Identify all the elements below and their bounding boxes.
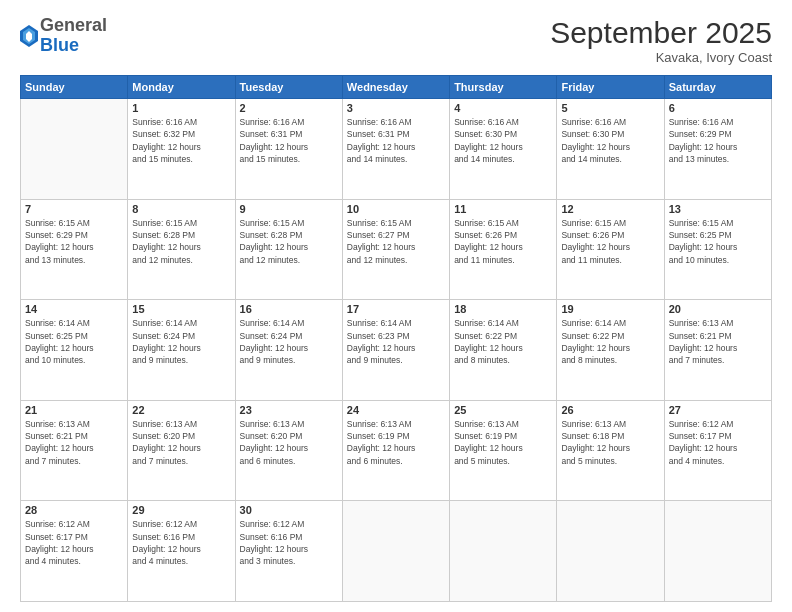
day-info: Sunrise: 6:14 AM Sunset: 6:25 PM Dayligh… (25, 317, 123, 366)
page: General Blue September 2025 Kavaka, Ivor… (0, 0, 792, 612)
day-info: Sunrise: 6:13 AM Sunset: 6:21 PM Dayligh… (669, 317, 767, 366)
day-info: Sunrise: 6:13 AM Sunset: 6:19 PM Dayligh… (454, 418, 552, 467)
calendar-header-wednesday: Wednesday (342, 76, 449, 99)
day-number: 21 (25, 404, 123, 416)
calendar-cell: 21Sunrise: 6:13 AM Sunset: 6:21 PM Dayli… (21, 400, 128, 501)
day-info: Sunrise: 6:12 AM Sunset: 6:16 PM Dayligh… (132, 518, 230, 567)
calendar-cell: 3Sunrise: 6:16 AM Sunset: 6:31 PM Daylig… (342, 99, 449, 200)
calendar-cell: 27Sunrise: 6:12 AM Sunset: 6:17 PM Dayli… (664, 400, 771, 501)
day-info: Sunrise: 6:14 AM Sunset: 6:24 PM Dayligh… (240, 317, 338, 366)
calendar-week-2: 7Sunrise: 6:15 AM Sunset: 6:29 PM Daylig… (21, 199, 772, 300)
calendar-header-monday: Monday (128, 76, 235, 99)
day-number: 22 (132, 404, 230, 416)
calendar-cell: 11Sunrise: 6:15 AM Sunset: 6:26 PM Dayli… (450, 199, 557, 300)
calendar-cell: 4Sunrise: 6:16 AM Sunset: 6:30 PM Daylig… (450, 99, 557, 200)
day-info: Sunrise: 6:15 AM Sunset: 6:28 PM Dayligh… (240, 217, 338, 266)
day-number: 19 (561, 303, 659, 315)
calendar-cell (342, 501, 449, 602)
day-number: 26 (561, 404, 659, 416)
logo-icon (20, 25, 38, 47)
calendar-cell: 24Sunrise: 6:13 AM Sunset: 6:19 PM Dayli… (342, 400, 449, 501)
calendar-cell: 26Sunrise: 6:13 AM Sunset: 6:18 PM Dayli… (557, 400, 664, 501)
day-number: 7 (25, 203, 123, 215)
day-info: Sunrise: 6:14 AM Sunset: 6:23 PM Dayligh… (347, 317, 445, 366)
calendar-cell: 25Sunrise: 6:13 AM Sunset: 6:19 PM Dayli… (450, 400, 557, 501)
day-info: Sunrise: 6:15 AM Sunset: 6:29 PM Dayligh… (25, 217, 123, 266)
calendar-cell: 12Sunrise: 6:15 AM Sunset: 6:26 PM Dayli… (557, 199, 664, 300)
calendar-cell: 18Sunrise: 6:14 AM Sunset: 6:22 PM Dayli… (450, 300, 557, 401)
day-info: Sunrise: 6:12 AM Sunset: 6:17 PM Dayligh… (25, 518, 123, 567)
day-number: 27 (669, 404, 767, 416)
location: Kavaka, Ivory Coast (550, 50, 772, 65)
day-info: Sunrise: 6:13 AM Sunset: 6:20 PM Dayligh… (240, 418, 338, 467)
day-info: Sunrise: 6:14 AM Sunset: 6:24 PM Dayligh… (132, 317, 230, 366)
day-info: Sunrise: 6:12 AM Sunset: 6:16 PM Dayligh… (240, 518, 338, 567)
calendar-table: SundayMondayTuesdayWednesdayThursdayFrid… (20, 75, 772, 602)
calendar-header-tuesday: Tuesday (235, 76, 342, 99)
logo-blue-text: Blue (40, 35, 79, 55)
calendar-cell: 7Sunrise: 6:15 AM Sunset: 6:29 PM Daylig… (21, 199, 128, 300)
day-number: 28 (25, 504, 123, 516)
calendar-cell: 9Sunrise: 6:15 AM Sunset: 6:28 PM Daylig… (235, 199, 342, 300)
day-info: Sunrise: 6:16 AM Sunset: 6:29 PM Dayligh… (669, 116, 767, 165)
calendar-week-4: 21Sunrise: 6:13 AM Sunset: 6:21 PM Dayli… (21, 400, 772, 501)
day-info: Sunrise: 6:15 AM Sunset: 6:27 PM Dayligh… (347, 217, 445, 266)
logo-text: General Blue (40, 16, 107, 56)
calendar-cell (664, 501, 771, 602)
day-number: 24 (347, 404, 445, 416)
day-number: 30 (240, 504, 338, 516)
calendar-cell: 15Sunrise: 6:14 AM Sunset: 6:24 PM Dayli… (128, 300, 235, 401)
calendar-cell (21, 99, 128, 200)
calendar-cell: 30Sunrise: 6:12 AM Sunset: 6:16 PM Dayli… (235, 501, 342, 602)
day-number: 10 (347, 203, 445, 215)
calendar-cell (450, 501, 557, 602)
day-info: Sunrise: 6:14 AM Sunset: 6:22 PM Dayligh… (454, 317, 552, 366)
day-info: Sunrise: 6:14 AM Sunset: 6:22 PM Dayligh… (561, 317, 659, 366)
day-number: 9 (240, 203, 338, 215)
calendar-cell: 22Sunrise: 6:13 AM Sunset: 6:20 PM Dayli… (128, 400, 235, 501)
calendar-header-sunday: Sunday (21, 76, 128, 99)
day-info: Sunrise: 6:15 AM Sunset: 6:28 PM Dayligh… (132, 217, 230, 266)
day-info: Sunrise: 6:16 AM Sunset: 6:32 PM Dayligh… (132, 116, 230, 165)
day-number: 13 (669, 203, 767, 215)
title-block: September 2025 Kavaka, Ivory Coast (550, 16, 772, 65)
day-number: 17 (347, 303, 445, 315)
day-info: Sunrise: 6:16 AM Sunset: 6:31 PM Dayligh… (240, 116, 338, 165)
calendar-cell: 20Sunrise: 6:13 AM Sunset: 6:21 PM Dayli… (664, 300, 771, 401)
day-number: 12 (561, 203, 659, 215)
logo-general-text: General (40, 15, 107, 35)
day-number: 11 (454, 203, 552, 215)
day-number: 16 (240, 303, 338, 315)
day-info: Sunrise: 6:13 AM Sunset: 6:18 PM Dayligh… (561, 418, 659, 467)
calendar-header-row: SundayMondayTuesdayWednesdayThursdayFrid… (21, 76, 772, 99)
calendar-cell: 13Sunrise: 6:15 AM Sunset: 6:25 PM Dayli… (664, 199, 771, 300)
day-number: 5 (561, 102, 659, 114)
day-info: Sunrise: 6:12 AM Sunset: 6:17 PM Dayligh… (669, 418, 767, 467)
calendar-week-5: 28Sunrise: 6:12 AM Sunset: 6:17 PM Dayli… (21, 501, 772, 602)
calendar-cell: 28Sunrise: 6:12 AM Sunset: 6:17 PM Dayli… (21, 501, 128, 602)
day-number: 4 (454, 102, 552, 114)
calendar-header-thursday: Thursday (450, 76, 557, 99)
month-title: September 2025 (550, 16, 772, 50)
day-number: 23 (240, 404, 338, 416)
day-number: 20 (669, 303, 767, 315)
calendar-week-1: 1Sunrise: 6:16 AM Sunset: 6:32 PM Daylig… (21, 99, 772, 200)
calendar-cell: 19Sunrise: 6:14 AM Sunset: 6:22 PM Dayli… (557, 300, 664, 401)
logo: General Blue (20, 16, 107, 56)
day-number: 3 (347, 102, 445, 114)
calendar-cell: 10Sunrise: 6:15 AM Sunset: 6:27 PM Dayli… (342, 199, 449, 300)
day-number: 1 (132, 102, 230, 114)
day-info: Sunrise: 6:13 AM Sunset: 6:20 PM Dayligh… (132, 418, 230, 467)
day-number: 25 (454, 404, 552, 416)
calendar-cell: 17Sunrise: 6:14 AM Sunset: 6:23 PM Dayli… (342, 300, 449, 401)
day-info: Sunrise: 6:16 AM Sunset: 6:30 PM Dayligh… (561, 116, 659, 165)
day-info: Sunrise: 6:16 AM Sunset: 6:31 PM Dayligh… (347, 116, 445, 165)
calendar-cell: 6Sunrise: 6:16 AM Sunset: 6:29 PM Daylig… (664, 99, 771, 200)
day-info: Sunrise: 6:15 AM Sunset: 6:26 PM Dayligh… (454, 217, 552, 266)
calendar-cell: 1Sunrise: 6:16 AM Sunset: 6:32 PM Daylig… (128, 99, 235, 200)
calendar-cell: 8Sunrise: 6:15 AM Sunset: 6:28 PM Daylig… (128, 199, 235, 300)
day-info: Sunrise: 6:15 AM Sunset: 6:26 PM Dayligh… (561, 217, 659, 266)
header: General Blue September 2025 Kavaka, Ivor… (20, 16, 772, 65)
calendar-cell: 2Sunrise: 6:16 AM Sunset: 6:31 PM Daylig… (235, 99, 342, 200)
calendar-cell: 14Sunrise: 6:14 AM Sunset: 6:25 PM Dayli… (21, 300, 128, 401)
